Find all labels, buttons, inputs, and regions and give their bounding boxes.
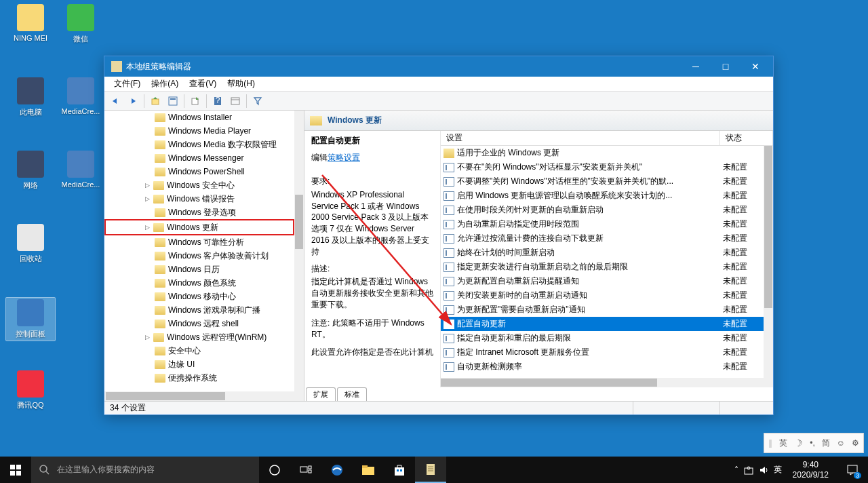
edge-button[interactable] xyxy=(321,457,353,483)
detail-tab[interactable]: 扩展 xyxy=(306,387,336,401)
svg-point-15 xyxy=(270,465,279,475)
tree-item[interactable]: ▷Windows 远程管理(WinRM) xyxy=(104,330,294,344)
setting-item[interactable]: 自动更新检测频率未配置 xyxy=(441,360,773,374)
svg-rect-25 xyxy=(427,464,435,475)
tree-item[interactable]: Windows Media Player xyxy=(104,124,294,138)
options-button[interactable] xyxy=(227,93,243,109)
desktop-icon[interactable]: 微信 xyxy=(56,4,106,44)
minimize-button[interactable]: ─ xyxy=(681,56,711,77)
store-button[interactable] xyxy=(384,457,415,483)
tree-item[interactable]: ▷Windows 安全中心 xyxy=(104,178,294,192)
edit-policy-link[interactable]: 策略设置 xyxy=(328,152,360,163)
col-state[interactable]: 状态 xyxy=(720,131,773,145)
desktop-icon[interactable]: 回收站 xyxy=(5,224,56,264)
setting-item[interactable]: 始终在计划的时间重新启动未配置 xyxy=(441,246,773,260)
search-box[interactable]: 在这里输入你要搜索的内容 xyxy=(31,457,259,483)
help-button[interactable]: ? xyxy=(210,93,226,109)
tree-item[interactable]: Windows 可靠性分析 xyxy=(104,235,294,249)
export-button[interactable] xyxy=(187,93,203,109)
desktop-icon[interactable]: 控制面板 xyxy=(5,297,56,341)
menu-item[interactable]: 帮助(H) xyxy=(222,77,260,91)
setting-item[interactable]: 为更新配置自动重新启动提醒通知未配置 xyxy=(441,274,773,288)
setting-item[interactable]: 为更新配置"需要自动重新启动"通知未配置 xyxy=(441,303,773,317)
forward-button[interactable] xyxy=(125,93,141,109)
setting-item[interactable]: 不要调整"关闭 Windows"对话框里的"安装更新并关机"的默...未配置 xyxy=(441,174,773,189)
tree-item[interactable]: Windows Messenger xyxy=(104,151,294,165)
cortana-button[interactable] xyxy=(259,457,290,483)
setting-item[interactable]: 指定更新安装进行自动重新启动之前的最后期限未配置 xyxy=(441,260,773,274)
desktop-icon[interactable]: NING MEI xyxy=(5,4,56,42)
back-button[interactable] xyxy=(107,93,123,109)
tree-item[interactable]: Windows Media 数字权限管理 xyxy=(104,138,294,151)
tree-item[interactable]: ▷Windows 更新 xyxy=(104,219,294,235)
setting-item[interactable]: 适用于企业的 Windows 更新 xyxy=(441,146,773,160)
up-button[interactable] xyxy=(147,93,163,109)
tree-item[interactable]: Windows Installer xyxy=(104,111,294,124)
setting-item[interactable]: 指定自动更新和重启的最后期限未配置 xyxy=(441,331,773,345)
setting-item[interactable]: 不要在"关闭 Windows"对话框显示"安装更新并关机"未配置 xyxy=(441,160,773,174)
ime-item[interactable]: 英 xyxy=(779,438,787,449)
explorer-button[interactable] xyxy=(353,457,384,483)
desktop-icon[interactable]: MediaCre... xyxy=(56,151,106,189)
tree-item[interactable]: Windows 日历 xyxy=(104,263,294,276)
setting-item[interactable]: 指定 Intranet Microsoft 更新服务位置未配置 xyxy=(441,345,773,360)
setting-item[interactable]: 允许通过按流量计费的连接自动下载更新未配置 xyxy=(441,231,773,246)
setting-item[interactable]: 关闭安装更新时的自动重新启动通知未配置 xyxy=(441,288,773,303)
setting-item[interactable]: 配置自动更新未配置 xyxy=(441,317,773,331)
close-button[interactable]: ✕ xyxy=(741,56,770,77)
setting-item[interactable]: 在使用时段关闭针对更新的自动重新启动未配置 xyxy=(441,203,773,217)
tree-item[interactable]: ▷Windows 错误报告 xyxy=(104,192,294,206)
svg-rect-12 xyxy=(16,471,21,476)
detail-tab[interactable]: 标准 xyxy=(337,387,367,401)
svg-rect-2 xyxy=(170,98,176,100)
settings-list[interactable]: 适用于企业的 Windows 更新不要在"关闭 Windows"对话框显示"安装… xyxy=(441,146,773,378)
tray-chevron-icon[interactable]: ˄ xyxy=(734,465,738,475)
filter-button[interactable] xyxy=(250,93,266,109)
setting-item[interactable]: 启用 Windows 更新电源管理以自动唤醒系统来安装计划的...未配置 xyxy=(441,189,773,203)
clock[interactable]: 9:40 2020/9/12 xyxy=(787,460,834,480)
tree-vscroll[interactable] xyxy=(294,111,304,391)
menubar: 文件(F)操作(A)查看(V)帮助(H) xyxy=(104,77,773,92)
tree-item[interactable]: Windows 游戏录制和广播 xyxy=(104,303,294,317)
titlebar[interactable]: 本地组策略编辑器 ─ □ ✕ xyxy=(104,56,773,77)
tree[interactable]: Windows InstallerWindows Media PlayerWin… xyxy=(104,111,304,391)
desktop-icon[interactable]: 此电脑 xyxy=(5,77,56,117)
folder-icon xyxy=(443,149,454,158)
col-setting[interactable]: 设置 xyxy=(441,131,720,145)
settings-vscroll[interactable] xyxy=(764,146,773,378)
tree-item[interactable]: Windows 远程 shell xyxy=(104,317,294,330)
menu-item[interactable]: 操作(A) xyxy=(146,77,184,91)
menu-item[interactable]: 文件(F) xyxy=(108,77,146,91)
desktop-icon[interactable]: MediaCre... xyxy=(56,77,106,115)
app-icon xyxy=(111,61,122,72)
people-icon[interactable] xyxy=(744,465,753,475)
tree-item[interactable]: 便携操作系统 xyxy=(104,371,294,385)
settings-hscroll[interactable] xyxy=(441,378,773,387)
tree-item[interactable]: Windows 移动中心 xyxy=(104,290,294,303)
desktop-icon[interactable]: 腾讯QQ xyxy=(5,370,56,410)
tree-item[interactable]: Windows 登录选项 xyxy=(104,206,294,219)
desktop-icon[interactable]: 网络 xyxy=(5,151,56,191)
maximize-button[interactable]: □ xyxy=(711,56,741,77)
gpedit-task-button[interactable] xyxy=(415,457,446,483)
tree-item[interactable]: Windows PowerShell xyxy=(104,165,294,178)
notifications-button[interactable]: 3 xyxy=(840,457,865,483)
settings-header[interactable]: 设置 状态 xyxy=(441,131,773,146)
ime-item[interactable]: ⚙ xyxy=(852,438,859,448)
properties-button[interactable] xyxy=(165,93,181,109)
tree-item[interactable]: Windows 颜色系统 xyxy=(104,276,294,290)
volume-icon[interactable] xyxy=(759,465,768,475)
start-button[interactable] xyxy=(0,457,31,483)
setting-item[interactable]: 为自动重新启动指定使用时段范围未配置 xyxy=(441,217,773,231)
menu-item[interactable]: 查看(V) xyxy=(184,77,222,91)
tree-item[interactable]: 安全中心 xyxy=(104,344,294,358)
taskview-button[interactable] xyxy=(290,457,321,483)
ime-item[interactable]: 简 xyxy=(822,438,830,449)
tree-hscroll[interactable] xyxy=(104,391,304,401)
ime-indicator[interactable]: 英 xyxy=(774,464,782,476)
ime-item[interactable]: ☺ xyxy=(837,438,845,448)
ime-bar[interactable]: ‖ 英☽•,简☺⚙ xyxy=(764,433,864,453)
toolbar: ? xyxy=(104,92,773,111)
tree-item[interactable]: 边缘 UI xyxy=(104,358,294,371)
tree-item[interactable]: Windows 客户体验改善计划 xyxy=(104,249,294,263)
